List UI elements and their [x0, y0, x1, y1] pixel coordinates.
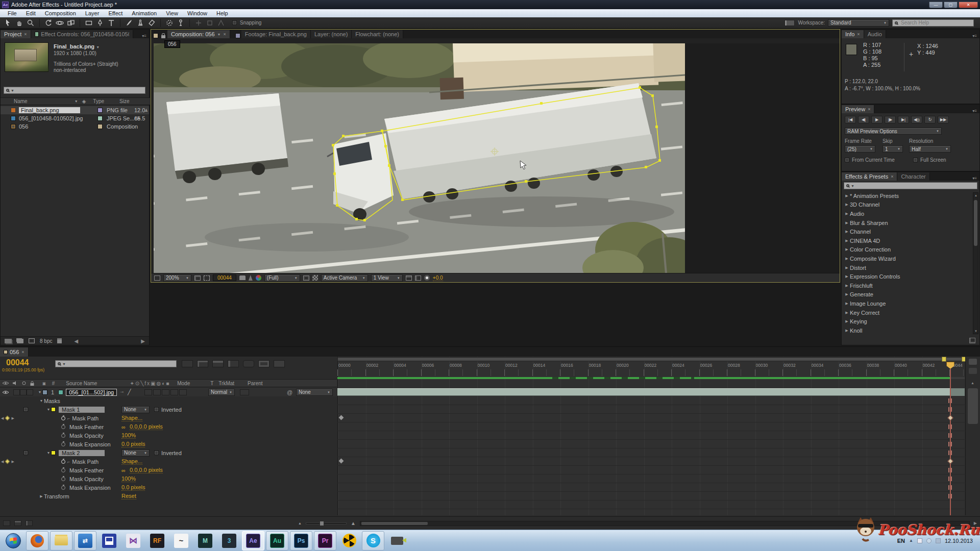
mask-expansion-row[interactable]: Mask Expansion 0.0 pixels: [0, 440, 337, 448]
property-value[interactable]: 100%: [121, 475, 136, 482]
effects-category[interactable]: ▶ Generate: [842, 290, 973, 299]
property-label[interactable]: Mask Expansion: [69, 485, 111, 491]
mask-feather-row[interactable]: Mask Feather ∞ 0.0,0.0 pixels: [0, 466, 337, 474]
resolution-preview-select[interactable]: Half: [909, 145, 951, 153]
st opwatch-icon[interactable]: [61, 477, 65, 481]
taskbar-premiere[interactable]: Pr: [314, 531, 336, 550]
menu-item[interactable]: Window: [183, 10, 212, 16]
stopwatch-icon[interactable]: [61, 434, 65, 438]
transport-button[interactable]: ◀)): [911, 116, 922, 123]
label-column-icon[interactable]: ◈: [82, 98, 86, 104]
property-label[interactable]: Mask Path: [72, 459, 99, 465]
close-button[interactable]: ✕: [959, 2, 978, 8]
property-value[interactable]: 100%: [121, 432, 136, 439]
keyframe-navigator[interactable]: ◀▶: [1, 416, 14, 420]
timeline-button-icon[interactable]: [406, 276, 412, 281]
fast-previews-icon[interactable]: [303, 276, 309, 281]
transparency-grid-icon[interactable]: [312, 275, 318, 281]
taskbar-kmplayer[interactable]: ⋈: [122, 531, 144, 550]
graph-editor-icon[interactable]: [274, 360, 285, 367]
composition-canvas[interactable]: [154, 43, 685, 273]
chevron-right-icon[interactable]: ▶: [844, 266, 850, 270]
number-column[interactable]: #: [52, 381, 55, 386]
audio-toggle[interactable]: [13, 389, 20, 395]
rectangle-tool[interactable]: [84, 18, 94, 28]
item-name[interactable]: 056: [19, 123, 28, 130]
bpc-label[interactable]: 8 bpc: [40, 338, 52, 344]
workspace-select[interactable]: Standard: [828, 19, 889, 27]
hand-tool[interactable]: [14, 18, 24, 28]
new-folder-icon[interactable]: [17, 339, 23, 343]
type-tool[interactable]: [106, 18, 116, 28]
comp-flowchart-icon[interactable]: [415, 276, 421, 281]
chevron-right-icon[interactable]: ▶: [844, 203, 850, 207]
help-search-input[interactable]: [900, 19, 966, 26]
chevron-right-icon[interactable]: ▶: [844, 230, 850, 234]
expand-switches-icon[interactable]: [3, 520, 10, 526]
effects-category[interactable]: ▶ 3D Channel: [842, 201, 973, 210]
taskbar-firefox[interactable]: [26, 531, 48, 550]
expand-inout-icon[interactable]: [26, 520, 33, 526]
start-button[interactable]: [2, 531, 24, 550]
label-swatch[interactable]: [97, 108, 103, 113]
panel-menu-icon[interactable]: ▾≡: [139, 34, 149, 38]
hide-shy-layers-icon[interactable]: [212, 360, 224, 367]
always-preview-icon[interactable]: [154, 276, 160, 281]
chevron-right-icon[interactable]: ▶: [844, 212, 850, 216]
transport-button[interactable]: ↻: [924, 116, 936, 123]
draft-3d-icon[interactable]: [197, 360, 208, 367]
masks-group-row[interactable]: ▼ Masks: [0, 396, 337, 405]
stopwatch-icon[interactable]: [61, 460, 65, 464]
transport-button[interactable]: |◀: [845, 116, 856, 123]
item-name[interactable]: Final_back.png: [19, 107, 80, 113]
transform-reset[interactable]: Reset: [121, 493, 136, 499]
trkmat-cell[interactable]: [240, 389, 249, 395]
effects-category[interactable]: ▶ Image Lounge: [842, 299, 973, 308]
effects-category[interactable]: ▶ Channel: [842, 227, 973, 236]
stopwatch-icon[interactable]: [61, 486, 65, 490]
snapshot-icon[interactable]: [239, 276, 246, 280]
effects-category[interactable]: ▶ CINEMA 4D: [842, 236, 973, 245]
mask-name[interactable]: Mask 1: [59, 407, 105, 413]
zoom-tool[interactable]: [26, 18, 36, 28]
effects-search[interactable]: ▼: [844, 182, 977, 189]
motion-blur-icon[interactable]: [243, 360, 254, 367]
close-icon[interactable]: ×: [857, 32, 860, 37]
menu-item[interactable]: File: [3, 10, 21, 16]
from-current-time-checkbox[interactable]: [845, 158, 849, 162]
effects-category[interactable]: ▶ Blur & Sharpen: [842, 218, 973, 228]
effects-category[interactable]: ▶ Expression Controls: [842, 272, 973, 281]
roto-brush-tool[interactable]: [164, 18, 175, 28]
mask-path-row[interactable]: ◀▶ ⌐ Mask Path Shape...: [0, 414, 337, 422]
item-name[interactable]: 056_[010458-010502].jpg: [19, 115, 83, 121]
expand-modes-icon[interactable]: [14, 520, 21, 526]
transport-button[interactable]: ▶▶: [938, 116, 949, 123]
property-value[interactable]: 0.0 pixels: [121, 484, 145, 491]
source-name-column[interactable]: Source Name: [66, 381, 97, 386]
chevron-right-icon[interactable]: ▶: [844, 329, 850, 333]
menu-item[interactable]: Help: [212, 10, 233, 16]
ram-preview-options-select[interactable]: RAM Preview Options: [845, 128, 942, 135]
timeline-scrollbar[interactable]: ▲: [965, 357, 980, 515]
snapping-checkbox[interactable]: [232, 20, 237, 25]
scroll-left-arrow[interactable]: ◀: [74, 338, 78, 344]
mode-column[interactable]: Mode: [177, 381, 190, 386]
taskbar-teamviewer[interactable]: ⇄: [74, 531, 96, 550]
chevron-right-icon[interactable]: ▶: [844, 194, 850, 198]
chevron-right-icon[interactable]: ▶: [844, 239, 850, 243]
exposure-value[interactable]: +0.0: [433, 275, 443, 281]
menu-item[interactable]: Composition: [40, 10, 81, 16]
layer-duration-bar[interactable]: [337, 388, 950, 396]
keyframe-navigator[interactable]: ◀▶: [1, 460, 14, 464]
parent-pickwhip-mini[interactable]: ⊸: [120, 390, 124, 394]
panel-menu-icon[interactable]: ▾≡: [970, 34, 979, 38]
twirl-down-icon[interactable]: ▼: [39, 399, 44, 403]
chevron-right-icon[interactable]: ▶: [844, 311, 850, 315]
effects-category[interactable]: ▶ Knoll: [842, 326, 973, 335]
minimize-button[interactable]: —: [929, 2, 943, 8]
audio-column-icon[interactable]: [12, 381, 18, 386]
show-snapshot-icon[interactable]: [249, 275, 253, 281]
transport-button[interactable]: ▶|: [898, 116, 909, 123]
taskbar-after-effects[interactable]: Ae: [242, 531, 264, 550]
transport-button[interactable]: ◀|: [858, 116, 869, 123]
